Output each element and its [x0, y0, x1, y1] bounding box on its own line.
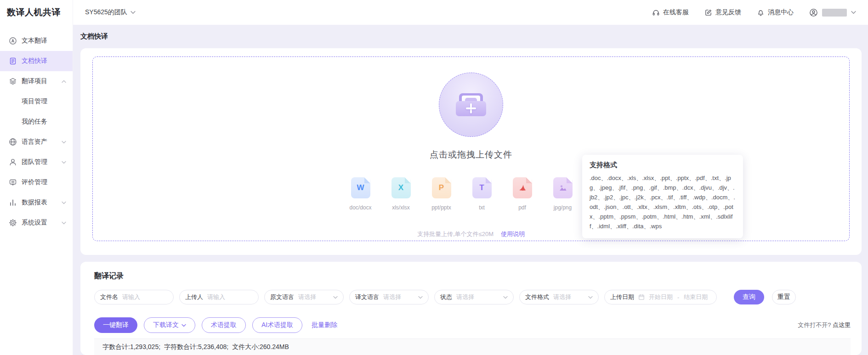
tooltip-body: .doc、.docx、.xls、.xlsx、.ppt、.pptx、.pdf、.t…: [590, 173, 736, 231]
sidebar-item-label: 评价管理: [22, 178, 47, 186]
sidebar-item-label: 文档快译: [22, 57, 47, 65]
pdf-file-icon: [513, 177, 532, 198]
sidebar-item-data-reports[interactable]: 数据报表: [0, 192, 73, 213]
username-redacted: [822, 9, 847, 17]
document-icon: [9, 57, 17, 65]
sidebar-item-translation-projects[interactable]: 翻译项目: [0, 71, 73, 91]
chevron-down-icon: [130, 11, 136, 14]
char-count-total: 字符数合计:5,236,408;: [164, 343, 228, 351]
sidebar-item-label: 我的任务: [22, 118, 47, 126]
chevron-down-icon: [62, 141, 66, 144]
file-type-ppt: P ppt/pptx: [426, 177, 457, 211]
sidebar-item-document-quick-translation[interactable]: 文档快译: [0, 51, 73, 71]
one-click-translate-button[interactable]: 一键翻译: [94, 317, 137, 333]
layers-icon: [9, 77, 17, 85]
chevron-down-icon: [62, 221, 66, 225]
comment-icon: [9, 178, 17, 186]
globe-icon: [9, 138, 17, 146]
upload-hint: 点击或拖拽上传文件: [430, 149, 512, 161]
sidebar-item-label: 数据报表: [22, 198, 47, 207]
upload-date-range-picker[interactable]: 上传日期 开始日期 - 结束日期: [604, 290, 717, 304]
supported-file-types: W doc/docx X xls/xlsx P ppt/pptx T: [346, 177, 597, 211]
word-file-icon: W: [351, 177, 370, 198]
query-button[interactable]: 查询: [734, 290, 764, 304]
chevron-down-icon: [851, 11, 856, 14]
online-support-label: 在线客服: [663, 8, 689, 17]
sidebar-item-project-management[interactable]: 项目管理: [0, 91, 73, 112]
file-type-label: jpg/png: [554, 204, 572, 211]
actions-row: 一键翻译 下载译文 术语提取 AI术语提取 批量删除 文件打不开? 点这里: [94, 317, 851, 333]
user-menu[interactable]: [809, 8, 856, 17]
sidebar-item-team-management[interactable]: 团队管理: [0, 152, 73, 172]
sidebar: 数译人机共译 文本翻译 文档快译 翻译项目: [0, 0, 73, 355]
folder-plus-icon: [456, 93, 486, 116]
chevron-down-icon: [503, 296, 508, 299]
file-open-help-text: 文件打不开?: [798, 321, 831, 328]
sidebar-item-label: 团队管理: [22, 158, 47, 166]
bell-icon: [757, 9, 765, 17]
avatar-icon: [809, 8, 818, 17]
file-type-txt: T txt: [467, 177, 497, 211]
ppt-file-icon: P: [432, 177, 451, 198]
txt-file-icon: T: [472, 177, 492, 198]
team-selector[interactable]: SY5625的团队: [85, 8, 136, 17]
uploader-input[interactable]: 上传人请输入: [179, 290, 259, 304]
upload-note-row: 支持批量上传,单个文件≤20M 使用说明: [417, 230, 525, 238]
sidebar-item-language-assets[interactable]: 语言资产: [0, 132, 73, 152]
file-open-help: 文件打不开? 点这里: [798, 321, 851, 329]
sidebar-item-label: 文本翻译: [22, 37, 47, 45]
file-open-help-link[interactable]: 点这里: [833, 321, 851, 328]
bar-chart-icon: [9, 198, 17, 207]
sidebar-item-label: 系统设置: [22, 219, 47, 227]
chevron-down-icon: [588, 296, 593, 299]
upload-card: 点击或拖拽上传文件 W doc/docx X xls/xlsx P ppt/p: [80, 48, 862, 255]
ai-term-extraction-button[interactable]: AI术语提取: [252, 317, 302, 333]
sidebar-menu: 文本翻译 文档快译 翻译项目 项目管理 我: [0, 25, 73, 233]
source-language-select[interactable]: 原文语言请选择: [264, 290, 344, 304]
chevron-down-icon: [62, 201, 66, 204]
team-name: SY5625的团队: [85, 8, 127, 17]
batch-delete-link[interactable]: 批量删除: [312, 321, 337, 329]
file-type-label: doc/docx: [349, 204, 371, 211]
feedback-button[interactable]: 意见反馈: [704, 8, 741, 17]
usage-guide-link[interactable]: 使用说明: [501, 230, 525, 238]
upload-note: 支持批量上传,单个文件≤20M: [417, 230, 494, 238]
term-extraction-button[interactable]: 术语提取: [202, 317, 246, 333]
end-date-placeholder: 结束日期: [684, 293, 708, 301]
sidebar-item-label: 翻译项目: [22, 77, 47, 85]
chevron-down-icon: [333, 296, 338, 299]
file-type-label: pdf: [518, 204, 526, 211]
calendar-icon: [638, 294, 645, 300]
reset-button[interactable]: 重置: [772, 290, 796, 304]
download-translation-button[interactable]: 下载译文: [144, 317, 195, 333]
app-window: 数译人机共译 文本翻译 文档快译 翻译项目: [0, 0, 868, 355]
team-icon: [9, 158, 17, 166]
online-support-button[interactable]: 在线客服: [652, 8, 689, 17]
topbar-actions: 在线客服 意见反馈 消息中心: [652, 8, 856, 17]
chevron-down-icon: [182, 324, 186, 327]
text-translate-icon: [9, 37, 17, 45]
message-center-button[interactable]: 消息中心: [757, 8, 794, 17]
app-logo: 数译人机共译: [0, 0, 73, 25]
section-title: 翻译记录: [94, 271, 851, 281]
feedback-label: 意见反馈: [715, 8, 741, 17]
chevron-up-icon: [62, 80, 66, 83]
sidebar-item-system-settings[interactable]: 系统设置: [0, 213, 73, 233]
headset-icon: [652, 9, 660, 17]
page-title: 文档快译: [80, 25, 862, 48]
summary-row: 字数合计:1,293,025; 字符数合计:5,236,408; 文件大小:26…: [94, 338, 851, 355]
file-format-select[interactable]: 文件格式请选择: [519, 290, 599, 304]
sidebar-item-text-translation[interactable]: 文本翻译: [0, 31, 73, 51]
edit-square-icon: [704, 9, 712, 17]
file-type-word: W doc/docx: [346, 177, 376, 211]
sidebar-item-evaluation-management[interactable]: 评价管理: [0, 172, 73, 192]
word-count-total: 字数合计:1,293,025;: [102, 343, 160, 351]
sidebar-item-my-tasks[interactable]: 我的任务: [0, 112, 73, 132]
filename-input[interactable]: 文件名请输入: [94, 290, 174, 304]
gear-icon: [9, 219, 17, 227]
status-select[interactable]: 状态请选择: [434, 290, 514, 304]
image-file-icon: [553, 177, 573, 198]
main-area: SY5625的团队 在线客服 意见反馈: [73, 0, 868, 355]
topbar: SY5625的团队 在线客服 意见反馈: [73, 0, 868, 25]
target-language-select[interactable]: 译文语言请选择: [349, 290, 429, 304]
